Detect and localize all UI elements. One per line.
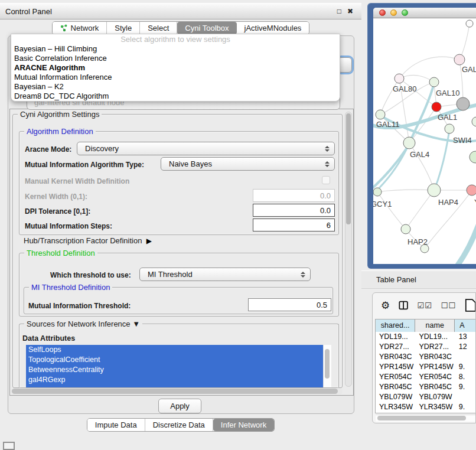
network-node[interactable] xyxy=(466,20,473,27)
network-edge[interactable] xyxy=(377,190,434,192)
network-node-gal80[interactable] xyxy=(395,74,404,83)
group-title: Cyni Algorithm Settings xyxy=(18,110,102,119)
network-node[interactable] xyxy=(472,117,476,126)
tab-cyni-toolbox[interactable]: Cyni Toolbox xyxy=(177,22,236,34)
network-edge-thick[interactable] xyxy=(373,144,409,188)
algorithm-dropdown-popup: Select algorithm to view settings Bayesi… xyxy=(11,34,340,102)
attribute-item-selected[interactable]: SelfLoops xyxy=(26,345,323,355)
attribute-item-selected[interactable]: TopologicalCoefficient xyxy=(26,355,323,365)
mi-type-combobox[interactable]: Naive Bayes xyxy=(161,157,335,171)
scrollbar-thumb[interactable] xyxy=(346,113,351,224)
manual-kernel-checkbox[interactable] xyxy=(322,176,330,184)
network-node-gal4[interactable] xyxy=(403,137,415,149)
attribute-item-selected[interactable]: BetweennessCentrality xyxy=(26,365,323,375)
dropdown-item[interactable]: Bayesian – K2 xyxy=(11,82,340,92)
scrollbar-thumb[interactable] xyxy=(325,349,330,379)
attribute-list-scrollbar[interactable] xyxy=(323,345,331,387)
table-row[interactable]: YBL079W YBL079W xyxy=(376,392,476,402)
select-all-icon[interactable]: ☑☑ xyxy=(418,301,432,310)
mi-threshold-field[interactable]: 0.5 xyxy=(248,298,331,311)
settings-horizontal-scrollbar[interactable] xyxy=(11,388,343,394)
column-header[interactable]: name xyxy=(415,319,455,332)
table-row[interactable]: YBR043C YBR043C xyxy=(376,352,476,362)
settings-vertical-scrollbar[interactable] xyxy=(345,112,352,387)
table-row[interactable]: YPR145W YPR145W 9. xyxy=(376,362,476,372)
network-svg[interactable]: GALGAL80GAL10GAL1GAL11SWI4GAL4HAP4YGCY1H… xyxy=(373,18,476,264)
data-attributes-list: SelfLoops TopologicalCoefficient Between… xyxy=(26,345,323,387)
zoom-button[interactable] xyxy=(402,9,408,16)
mi-threshold-label: Mutual Information Threshold: xyxy=(28,302,131,310)
dpi-tolerance-field[interactable]: 0.0 xyxy=(253,204,335,217)
network-node-label: GAL xyxy=(462,65,476,74)
network-window: GALGAL80GAL10GAL1GAL11SWI4GAL4HAP4YGCY1H… xyxy=(373,8,476,264)
dock-panel-icon[interactable] xyxy=(3,442,15,450)
tab-jactivemnodules[interactable]: jActiveMNodules xyxy=(237,22,309,34)
which-threshold-combobox[interactable]: MI Threshold xyxy=(139,268,311,281)
deselect-all-icon[interactable]: ☐☐ xyxy=(441,301,456,310)
network-node-hap4[interactable] xyxy=(428,184,441,197)
network-edge[interactable] xyxy=(399,75,434,82)
tab-select[interactable]: Select xyxy=(140,22,177,34)
dropdown-item[interactable]: Dream8 DC_TDC Algorithm xyxy=(11,92,340,101)
network-node-gal1[interactable] xyxy=(432,102,441,112)
close-window-icon[interactable]: ✖ xyxy=(347,7,353,15)
tab-discretize-data[interactable]: Discretize Data xyxy=(145,419,213,431)
document-icon[interactable] xyxy=(465,298,476,313)
table-row[interactable]: YDR27... YDR27... 12 xyxy=(376,342,476,352)
network-node-hap2[interactable] xyxy=(401,224,410,234)
dropdown-item[interactable]: Basic Correlation Inference xyxy=(11,54,340,63)
table-row[interactable]: YBR045C YBR045C 9. xyxy=(376,382,476,392)
spinner-arrows-icon xyxy=(325,146,330,152)
tab-style[interactable]: Style xyxy=(107,22,140,34)
tab-infer-network[interactable]: Infer Network xyxy=(213,419,274,431)
hub-definition-toggle[interactable]: Hub/Transcription Factor Definition ▶ xyxy=(24,236,152,245)
gear-icon[interactable]: ⚙ xyxy=(381,299,390,312)
network-node[interactable] xyxy=(420,244,429,253)
dropdown-item[interactable]: Bayesian – Hill Climbing xyxy=(11,44,340,54)
scrollbar-thumb[interactable] xyxy=(12,389,338,394)
columns-icon[interactable] xyxy=(399,300,408,311)
tab-impute-data[interactable]: Impute Data xyxy=(87,419,145,431)
close-button[interactable] xyxy=(379,9,386,16)
network-node-gal[interactable] xyxy=(454,54,465,65)
network-node-gal10[interactable] xyxy=(429,77,439,87)
float-window-icon[interactable]: □ xyxy=(337,7,341,15)
network-edge-thick[interactable] xyxy=(456,225,476,264)
control-panel-titlebar: Control Panel □ ✖ xyxy=(0,3,361,19)
network-node-label: GAL1 xyxy=(438,113,457,122)
table-row[interactable]: YIL052C YIL052C 9. xyxy=(376,412,476,413)
network-icon xyxy=(60,24,68,32)
scrollbar-thumb[interactable] xyxy=(377,416,466,420)
mi-steps-field[interactable]: 6 xyxy=(253,219,335,231)
dropdown-item-selected[interactable]: ARACNE Algorithm xyxy=(11,63,340,73)
kernel-width-field[interactable]: 0.0 xyxy=(253,189,335,202)
group-title: Algorithm Definition xyxy=(24,127,96,136)
network-edge[interactable] xyxy=(406,190,434,229)
column-header[interactable]: shared... xyxy=(376,319,415,332)
table-horizontal-scrollbar[interactable] xyxy=(376,415,476,422)
sources-group-title[interactable]: Sources for Network Inference ▼ xyxy=(24,319,142,328)
screen: Control Panel □ ✖ Network Style Select C… xyxy=(0,0,476,450)
dropdown-item[interactable]: Mutual Information Inference xyxy=(11,73,340,82)
network-node-swi4[interactable] xyxy=(445,124,454,133)
minimize-button[interactable] xyxy=(390,9,397,16)
mi-steps-label: Mutual Information Steps: xyxy=(25,222,112,230)
network-node[interactable] xyxy=(457,97,470,110)
table-toolbar: ⚙ ☑☑ ☐☐ xyxy=(373,293,476,318)
table-row[interactable]: YLR345W YLR345W 9. xyxy=(376,402,476,412)
tab-network[interactable]: Network xyxy=(53,22,107,34)
table-row[interactable]: YER054C YER054C 8. xyxy=(376,372,476,382)
attribute-item-selected[interactable]: gal4RGexp xyxy=(26,375,323,385)
network-node[interactable] xyxy=(470,151,476,163)
network-node-gal11[interactable] xyxy=(376,110,385,119)
table-row[interactable]: YDL19... YDL19... 13 xyxy=(376,332,476,342)
network-edge[interactable] xyxy=(377,192,406,229)
apply-button[interactable]: Apply xyxy=(158,399,201,413)
column-header[interactable]: A xyxy=(455,319,476,332)
table-panel-window: ⚙ ☑☑ ☐☐ shared... name A YDL19... YDL19.… xyxy=(372,292,476,423)
network-edge[interactable] xyxy=(399,57,459,79)
aracne-mode-combobox[interactable]: Discovery xyxy=(77,142,335,155)
network-node-y[interactable] xyxy=(467,185,476,195)
dpi-tolerance-label: DPI Tolerance [0,1]: xyxy=(25,207,90,216)
network-node-gcy1[interactable] xyxy=(373,188,382,196)
